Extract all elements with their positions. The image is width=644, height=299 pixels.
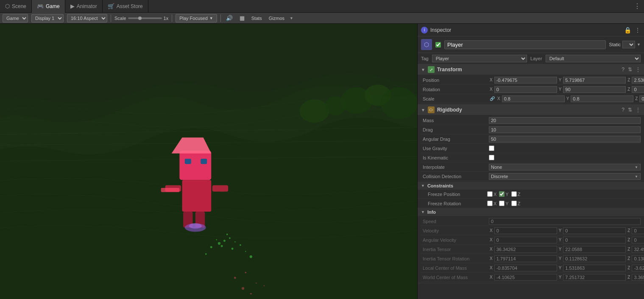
svg-point-18 <box>210 246 212 248</box>
inspector-menu-icon[interactable]: ⋮ <box>635 27 641 34</box>
rigidbody-help-icon[interactable]: ? <box>622 107 624 113</box>
rot-z-axis: Z <box>627 87 631 92</box>
transform-component-header[interactable]: ▼ ⤢ Transform ? ⇅ ⋮ <box>418 64 644 75</box>
position-value: X Y Z <box>489 77 644 84</box>
gizmos-button[interactable]: Gizmos <box>267 16 286 21</box>
tab-scene[interactable]: ⬡ Scene <box>0 0 32 13</box>
local-y-field <box>563 265 626 271</box>
tab-game[interactable]: 🎮 Game <box>32 0 65 13</box>
display-select[interactable]: Display 1 <box>31 14 64 22</box>
inertia-tensor-label: Inertia Tensor <box>421 247 489 252</box>
scale-y-input[interactable] <box>571 95 633 102</box>
object-name-input[interactable] <box>444 40 606 49</box>
transform-arrow-icon: ▼ <box>421 67 425 72</box>
rot-y-input[interactable] <box>563 86 626 93</box>
svg-rect-29 <box>179 151 211 180</box>
collision-detection-select[interactable]: Discrete <box>489 173 641 180</box>
freeze-rot-z-checkbox[interactable] <box>511 201 517 206</box>
interpolate-label: Interpolate <box>421 165 489 170</box>
toolbar: Game Display 1 16:10 Aspect Scale 1x Pla… <box>0 13 644 24</box>
ang-vel-x-field <box>494 237 557 243</box>
freeze-pos-x-checkbox[interactable] <box>487 191 493 197</box>
inertia-rot-z-axis: Z <box>627 256 631 261</box>
info-section-header[interactable]: ▼ Info <box>418 208 644 216</box>
interpolate-select[interactable]: None <box>489 164 641 170</box>
transform-help-icon[interactable]: ? <box>622 67 624 73</box>
inertia-z-field <box>632 246 644 253</box>
freeze-pos-z-checkbox[interactable] <box>511 191 517 197</box>
scene-icon: ⬡ <box>5 3 10 9</box>
aspect-select[interactable]: 16:10 Aspect <box>67 14 107 22</box>
inertia-rot-y-axis: Y <box>558 256 563 261</box>
pos-x-input[interactable] <box>494 77 557 84</box>
rotation-label: Rotation <box>421 87 489 92</box>
freeze-pos-y-checkbox[interactable] <box>499 191 505 197</box>
vel-y-field <box>563 227 626 234</box>
svg-point-39 <box>189 224 202 229</box>
scale-slider[interactable] <box>128 17 162 19</box>
freeze-rot-x-checkbox[interactable] <box>487 201 493 206</box>
tag-select[interactable]: Player <box>432 55 527 62</box>
scale-control[interactable]: Scale 1x <box>114 16 168 21</box>
game-viewport[interactable] <box>0 24 417 299</box>
stats-button[interactable]: Stats <box>250 16 264 21</box>
svg-rect-32 <box>201 159 207 164</box>
angular-velocity-row: Angular Velocity X Y Z <box>421 235 641 245</box>
freeze-rot-z-item: Z <box>511 201 521 206</box>
inertia-tensor-rotation-label: Inertia Tensor Rotation <box>421 256 489 261</box>
vel-x-field <box>494 227 557 234</box>
angular-velocity-label: Angular Velocity <box>421 238 489 243</box>
svg-point-24 <box>256 282 256 283</box>
scale-z-input[interactable] <box>639 95 644 102</box>
scale-label: Scale <box>114 16 126 21</box>
rot-z-input[interactable] <box>632 86 644 93</box>
static-dropdown[interactable] <box>622 41 635 48</box>
is-kinematic-row: Is Kinematic <box>421 153 641 162</box>
game-select[interactable]: Game <box>3 14 28 22</box>
svg-point-14 <box>226 234 228 235</box>
speed-label: Speed <box>421 219 489 224</box>
transform-icon: ⤢ <box>428 66 435 73</box>
rot-x-input[interactable] <box>494 86 557 93</box>
tag-label: Tag <box>421 56 429 61</box>
freeze-rot-y-checkbox[interactable] <box>499 201 505 206</box>
tab-animator[interactable]: ▶ Animator <box>65 0 103 13</box>
mute-button[interactable]: 🔊 <box>224 15 234 21</box>
world-y-axis: Y <box>558 275 563 279</box>
layer-label: Layer <box>530 56 542 61</box>
play-focused-label: Play Focused <box>179 16 208 21</box>
tab-menu-button[interactable]: ⋮ <box>630 2 644 10</box>
pos-z-input[interactable] <box>632 77 644 84</box>
tab-asset-store[interactable]: 🛒 Asset Store <box>103 0 148 13</box>
is-kinematic-checkbox[interactable] <box>489 155 494 160</box>
play-focused-button[interactable]: Play Focused ▼ <box>176 14 217 22</box>
rigidbody-settings-icon[interactable]: ⇅ <box>628 107 632 113</box>
use-gravity-checkbox[interactable] <box>489 145 494 151</box>
svg-point-25 <box>242 287 244 290</box>
rigidbody-arrow-icon: ▼ <box>421 108 425 112</box>
scale-x-axis: X <box>496 96 501 101</box>
svg-rect-34 <box>212 185 228 192</box>
inertia-y-axis: Y <box>558 247 563 251</box>
scale-value: 1x <box>164 16 169 21</box>
transform-menu-icon[interactable]: ⋮ <box>636 67 641 73</box>
use-gravity-row: Use Gravity <box>421 144 641 153</box>
layer-select[interactable]: Default <box>546 55 641 62</box>
rigidbody-menu-icon[interactable]: ⋮ <box>636 107 641 113</box>
transform-settings-icon[interactable]: ⇅ <box>628 67 632 73</box>
rigidbody-component-header[interactable]: ▼ ⬭ Rigidbody ? ⇅ ⋮ <box>418 105 644 115</box>
inspector-lock-icon[interactable]: 🔒 <box>624 27 631 34</box>
tab-scene-label: Scene <box>12 3 26 9</box>
object-active-checkbox[interactable] <box>435 42 441 48</box>
angular-drag-input[interactable] <box>489 136 641 143</box>
constraints-section-header[interactable]: ▼ Constraints <box>418 182 644 190</box>
stats-icon-button[interactable]: ▦ <box>238 15 246 21</box>
world-z-field <box>632 274 644 281</box>
inertia-rot-x-field <box>494 255 557 262</box>
velocity-label: Velocity <box>421 228 489 233</box>
mass-input[interactable] <box>489 117 641 124</box>
svg-point-15 <box>216 239 217 240</box>
pos-y-input[interactable] <box>563 77 626 84</box>
drag-input[interactable] <box>489 126 641 133</box>
scale-x-input[interactable] <box>502 95 565 102</box>
